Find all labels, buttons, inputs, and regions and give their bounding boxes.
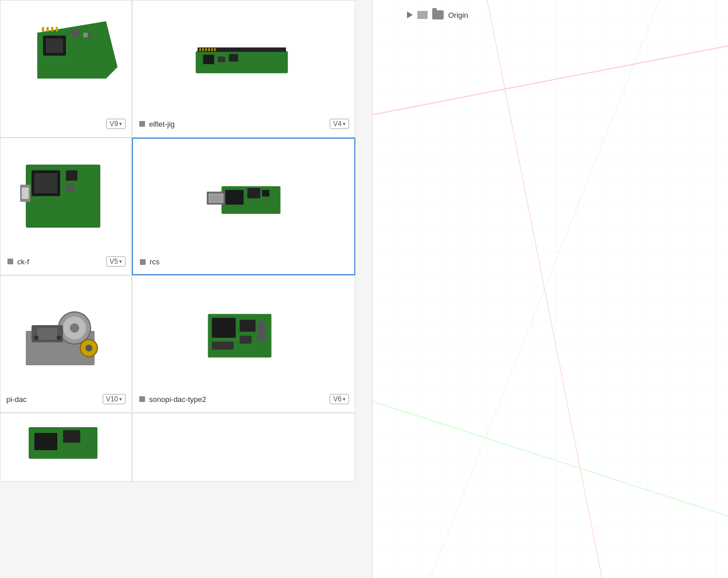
part-icon — [138, 395, 146, 403]
svg-rect-3 — [72, 30, 80, 37]
svg-rect-31 — [225, 190, 244, 205]
item-name: ck-f — [6, 257, 29, 266]
version-badge[interactable]: V4 ▾ — [330, 119, 349, 129]
chevron-down-icon: ▾ — [119, 121, 122, 127]
svg-rect-11 — [198, 48, 286, 52]
svg-point-47 — [85, 345, 92, 352]
pcb-thumbnail — [14, 15, 118, 101]
file-browser-panel: V9 ▾ — [0, 0, 373, 578]
svg-point-45 — [57, 335, 61, 340]
svg-rect-49 — [212, 318, 236, 338]
chevron-down-icon: ▾ — [119, 396, 122, 402]
svg-rect-2 — [46, 38, 63, 53]
svg-rect-50 — [240, 320, 256, 332]
origin-bar: Origin — [407, 10, 468, 19]
pcb-thumbnail — [192, 154, 295, 240]
svg-rect-51 — [240, 335, 252, 343]
svg-rect-17 — [214, 48, 216, 51]
list-item[interactable] — [132, 413, 355, 482]
chevron-down-icon: ▾ — [343, 121, 346, 127]
svg-rect-37 — [140, 259, 146, 265]
svg-rect-36 — [210, 194, 222, 201]
version-badge[interactable]: V10 ▾ — [103, 394, 126, 404]
svg-rect-54 — [139, 396, 145, 402]
grid-background — [373, 0, 728, 578]
part-icon — [6, 257, 14, 265]
pcb-thumbnail — [14, 291, 118, 377]
svg-rect-5 — [89, 36, 92, 39]
svg-rect-29 — [7, 259, 13, 264]
svg-rect-52 — [212, 342, 234, 350]
viewport-3d[interactable]: Origin — [373, 0, 728, 578]
list-item[interactable]: V9 ▾ — [0, 0, 132, 138]
chevron-down-icon: ▾ — [119, 259, 122, 264]
svg-rect-20 — [229, 54, 238, 61]
pcb-thumbnail — [192, 15, 295, 101]
svg-rect-16 — [211, 48, 213, 51]
svg-rect-32 — [247, 188, 260, 198]
svg-rect-13 — [202, 48, 204, 51]
pcb-thumbnail — [26, 424, 106, 464]
svg-rect-25 — [66, 170, 77, 181]
svg-rect-43 — [37, 328, 57, 339]
list-item[interactable]: pi-dac V10 ▾ — [0, 275, 132, 413]
svg-rect-21 — [139, 121, 145, 127]
list-item[interactable] — [0, 413, 132, 482]
pcb-thumbnail — [192, 291, 295, 377]
svg-rect-12 — [199, 48, 201, 51]
pcb-thumbnail — [14, 153, 118, 239]
svg-rect-7 — [46, 27, 49, 32]
version-badge[interactable]: V9 ▾ — [106, 119, 126, 129]
list-item[interactable]: elflet-jig V4 ▾ — [132, 0, 355, 138]
item-name: rcs — [139, 257, 159, 266]
expand-icon[interactable] — [407, 11, 413, 18]
list-item[interactable]: sonopi-dac-type2 V6 ▾ — [132, 275, 355, 413]
svg-rect-8 — [51, 27, 53, 32]
version-badge[interactable]: V6 ▾ — [330, 394, 349, 404]
chevron-down-icon: ▾ — [343, 396, 346, 402]
visibility-icon — [417, 11, 428, 19]
svg-rect-33 — [262, 190, 269, 197]
part-icon — [139, 258, 147, 266]
folder-icon — [432, 10, 444, 19]
svg-rect-18 — [203, 55, 214, 64]
svg-point-41 — [70, 323, 79, 333]
part-icon — [138, 120, 146, 128]
svg-rect-24 — [34, 173, 57, 193]
svg-rect-61 — [373, 0, 728, 578]
svg-rect-15 — [208, 48, 210, 51]
svg-rect-19 — [218, 57, 225, 63]
origin-label: Origin — [448, 11, 468, 19]
svg-rect-9 — [56, 27, 58, 32]
svg-point-44 — [34, 335, 38, 340]
version-badge[interactable]: V5 ▾ — [106, 256, 126, 267]
item-name: pi-dac — [6, 395, 26, 404]
item-name: sonopi-dac-type2 — [138, 395, 206, 404]
svg-rect-53 — [257, 322, 265, 342]
svg-rect-6 — [42, 27, 44, 32]
svg-rect-57 — [63, 430, 80, 443]
svg-rect-14 — [205, 48, 207, 51]
item-name: elflet-jig — [138, 120, 175, 128]
list-item[interactable]: rcs Open Insert into Current Design New … — [132, 138, 355, 275]
list-item[interactable]: ck-f V5 ▾ — [0, 138, 132, 275]
svg-rect-26 — [66, 185, 75, 192]
svg-rect-56 — [34, 433, 57, 450]
svg-rect-28 — [22, 188, 29, 199]
svg-rect-4 — [83, 33, 88, 37]
